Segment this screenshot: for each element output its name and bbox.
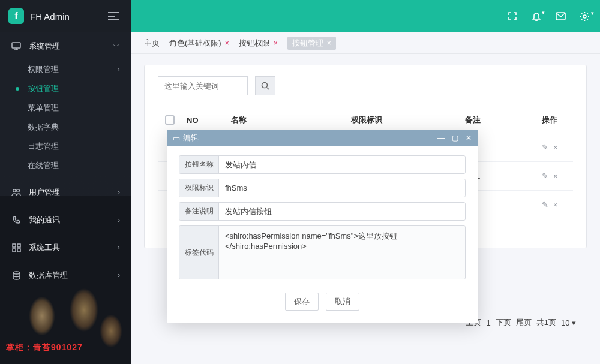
gear-icon[interactable]: ▾	[578, 10, 590, 22]
search-icon	[261, 82, 269, 90]
modal-titlebar[interactable]: ▭ 编辑 — ▢ ✕	[167, 130, 478, 146]
modal-title: 编辑	[183, 133, 199, 143]
app-logo-icon: f	[8, 8, 24, 24]
breadcrumb: 主页 角色(基础权限)× 按钮权限× 按钮管理×	[131, 32, 600, 54]
form-row-perm: 权限标识	[179, 179, 466, 197]
save-button[interactable]: 保存	[285, 293, 319, 311]
sidebar-item-buttons[interactable]: 按钮管理	[0, 79, 131, 98]
edit-icon[interactable]: ✎	[542, 172, 548, 181]
cancel-button[interactable]: 取消	[326, 293, 359, 311]
fullscreen-icon[interactable]	[506, 10, 518, 22]
form-label: 按钮名称	[179, 156, 219, 173]
remark-input[interactable]	[219, 203, 465, 220]
chevron-down-icon: ﹀	[113, 41, 120, 52]
chevron-right-icon: ›	[118, 188, 120, 197]
phone-icon	[11, 216, 22, 225]
sidebar-item-logs[interactable]: 日志管理	[0, 137, 131, 156]
edit-icon[interactable]: ✎	[542, 143, 548, 152]
close-icon[interactable]: ×	[225, 39, 229, 47]
footer-value: 青苔901027	[33, 342, 83, 352]
database-icon	[11, 271, 22, 280]
sidebar-item-label: 在线管理	[28, 160, 59, 171]
svg-point-10	[262, 83, 268, 88]
breadcrumb-label: 按钮权限	[239, 38, 270, 49]
perm-input[interactable]	[219, 179, 465, 197]
sidebar-item-permissions[interactable]: 权限管理›	[0, 60, 131, 79]
svg-point-9	[583, 15, 586, 18]
pager-size[interactable]: 10 ▾	[561, 318, 576, 327]
modal-body: 按钮名称 权限标识 备注说明 标签代码 <shiro:hasPermission…	[167, 146, 478, 323]
row-actions: ✎×	[537, 172, 573, 181]
monitor-icon	[11, 42, 22, 50]
maximize-icon[interactable]: ▢	[452, 134, 458, 142]
breadcrumb-buttonperm[interactable]: 按钮权限×	[239, 38, 278, 49]
form-row-name: 按钮名称	[179, 155, 466, 174]
col-name: 名称	[226, 115, 346, 125]
sidebar-group-tools[interactable]: 系统工具 ›	[0, 234, 131, 261]
sidebar-group-db[interactable]: 数据库管理 ›	[0, 261, 131, 289]
svg-rect-4	[17, 244, 20, 247]
col-no: NO	[182, 116, 226, 125]
pager-next[interactable]: 下页	[496, 317, 511, 328]
close-icon[interactable]: ×	[327, 39, 331, 47]
edit-icon[interactable]: ✎	[542, 200, 548, 209]
breadcrumb-label: 主页	[144, 38, 160, 49]
sidebar-item-menus[interactable]: 菜单管理	[0, 98, 131, 118]
delete-icon[interactable]: ×	[553, 200, 558, 209]
sidebar-header: f FH Admin	[0, 0, 131, 32]
svg-point-1	[13, 189, 16, 192]
close-icon[interactable]: ✕	[466, 134, 472, 142]
delete-icon[interactable]: ×	[553, 143, 558, 152]
sidebar-item-label: 日志管理	[28, 141, 59, 152]
grid-icon	[11, 243, 22, 252]
search-button[interactable]	[255, 76, 275, 95]
mail-icon[interactable]	[554, 10, 566, 22]
sidebar-group-label: 数据库管理	[29, 270, 118, 281]
chevron-right-icon: ›	[118, 243, 120, 252]
svg-rect-5	[13, 249, 16, 252]
name-input[interactable]	[219, 156, 465, 173]
sidebar-item-label: 权限管理	[28, 64, 59, 75]
pager-last[interactable]: 尾页	[516, 317, 532, 328]
form-label: 权限标识	[179, 179, 219, 197]
sidebar-item-online[interactable]: 在线管理	[0, 156, 131, 175]
sidebar-item-label: 菜单管理	[28, 103, 59, 113]
bell-icon[interactable]: ▾	[530, 10, 542, 22]
breadcrumb-roles[interactable]: 角色(基础权限)×	[169, 38, 229, 49]
minimize-icon[interactable]: —	[437, 134, 445, 142]
sidebar-group-users[interactable]: 用户管理 ›	[0, 179, 131, 206]
sidebar-group-comm[interactable]: 我的通讯 ›	[0, 206, 131, 234]
users-icon	[11, 188, 22, 197]
svg-rect-6	[17, 249, 20, 252]
sidebar-collapse-icon[interactable]	[108, 9, 122, 23]
footer-label: 掌柜：	[6, 342, 33, 352]
app-title: FH Admin	[30, 11, 108, 22]
sidebar-group-label: 系统工具	[29, 242, 118, 253]
form-row-remark: 备注说明	[179, 202, 466, 221]
breadcrumb-home[interactable]: 主页	[144, 38, 160, 49]
search-input[interactable]	[158, 76, 248, 95]
row-actions: ✎×	[537, 143, 573, 152]
modal-footer: 保存 取消	[179, 293, 466, 311]
pager-current: 1	[486, 318, 490, 327]
form-row-code: 标签代码 <shiro:hasPermission name="fhSms">这…	[179, 225, 466, 279]
svg-rect-3	[13, 244, 16, 247]
window-icon: ▭	[173, 134, 180, 143]
delete-icon[interactable]: ×	[553, 172, 558, 181]
edit-modal: ▭ 编辑 — ▢ ✕ 按钮名称 权限标识 备注说明 标签代码 <shiro:ha…	[167, 130, 478, 323]
sidebar-group-label: 系统管理	[29, 41, 113, 52]
svg-point-7	[13, 272, 20, 274]
sidebar-group-system[interactable]: 系统管理 ﹀	[0, 32, 131, 60]
sidebar-item-dict[interactable]: 数据字典	[0, 118, 131, 137]
checkbox-all[interactable]	[158, 115, 182, 125]
chevron-right-icon: ›	[118, 65, 120, 74]
sidebar-item-label: 数据字典	[28, 122, 59, 133]
sidebar-item-label: 按钮管理	[28, 83, 59, 94]
sidebar-group-label: 用户管理	[29, 187, 118, 198]
svg-point-2	[17, 189, 20, 192]
pagination: 上页 1 下页 尾页 共1页 10 ▾	[466, 317, 576, 328]
breadcrumb-buttonmgr[interactable]: 按钮管理×	[287, 37, 336, 50]
search-row	[158, 76, 573, 95]
code-textarea[interactable]: <shiro:hasPermission name="fhSms">这里放按钮<…	[219, 226, 465, 279]
close-icon[interactable]: ×	[274, 39, 278, 47]
